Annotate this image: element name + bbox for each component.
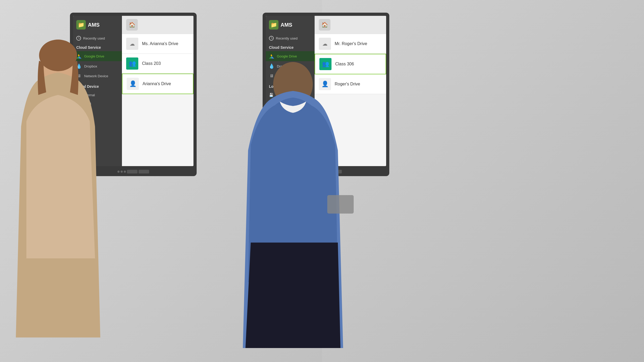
arianna-personal-name: Arianna's Drive	[143, 81, 171, 86]
network-label-left: Network Device	[84, 74, 108, 78]
cloud-service-label-right: Cloud Service	[266, 43, 315, 51]
sidebar-left: 📁 AMS Recently used Cloud Service ▲ Goog…	[73, 16, 122, 166]
content-left: 🏠 ☁ Ms. Arianna's Drive 👥 Class 203	[122, 16, 193, 166]
sidebar-item-dropbox-left[interactable]: 💧 Dropbox	[73, 61, 122, 71]
file-list-right: ☁ Mr. Roger's Drive 👥 Class 306 👤 R	[315, 34, 386, 166]
monitor-dot-2	[121, 171, 123, 173]
ams-logo-right: 📁	[269, 20, 278, 30]
roger-personal-name: Roger's Drive	[335, 82, 360, 86]
ams-header-left: 📁 AMS	[73, 16, 122, 34]
class-icon-203: 👥	[126, 57, 138, 70]
monitor-bottom-left	[117, 170, 149, 173]
local-device-label-left: Local Device	[73, 82, 122, 90]
clock-icon-right	[269, 36, 274, 41]
personal-icon-arianna: 👤	[127, 78, 139, 90]
drive-symbol-arianna: ☁	[130, 41, 135, 47]
monitor-dot-r3	[316, 171, 319, 173]
sidebar-item-dropbox-right[interactable]: 💧 Dropbox	[266, 61, 315, 71]
monitor-screen-left: 📁 AMS Recently used Cloud Service ▲ Goog…	[73, 16, 193, 166]
arianna-drive-name: Ms. Arianna's Drive	[142, 41, 178, 46]
roger-drive-name: Mr. Roger's Drive	[335, 41, 367, 46]
drive-icon-arianna: ☁	[126, 38, 138, 50]
sidebar-item-internal-right[interactable]: 💾 Internal	[266, 90, 315, 100]
group-icon-203: 👥	[129, 60, 136, 67]
cloud-service-label-left: Cloud Service	[73, 43, 122, 51]
sidebar-item-network-right[interactable]: 🖥 Network Device	[266, 71, 315, 81]
class306-name: Class 306	[335, 62, 354, 66]
google-drive-icon-right: ▲	[269, 54, 274, 59]
google-drive-label-right: Google Drive	[277, 54, 297, 58]
dropbox-label-left: Dropbox	[84, 64, 97, 68]
person-icon-roger: 👤	[321, 81, 329, 88]
monitor-left: 📁 AMS Recently used Cloud Service ▲ Goog…	[70, 13, 197, 176]
file-item-roger-drive[interactable]: ☁ Mr. Roger's Drive	[315, 34, 386, 54]
monitor-dot-r2	[313, 171, 315, 173]
drive-symbol-roger: ☁	[322, 41, 328, 47]
monitor-btn-right	[320, 170, 330, 173]
file-item-roger-personal[interactable]: 👤 Roger's Drive	[315, 74, 386, 94]
ams-title-right: AMS	[281, 22, 292, 28]
file-item-class306[interactable]: 👥 Class 306	[315, 54, 386, 74]
monitor-dot-1	[117, 171, 120, 173]
local-device-label-right: Local Device	[266, 82, 315, 90]
file-list-left: ☁ Ms. Arianna's Drive 👥 Class 203 👤	[122, 34, 193, 166]
ams-header-right: 📁 AMS	[266, 16, 315, 34]
dropbox-icon-left: 💧	[76, 64, 82, 69]
monitor-btn-left2	[139, 170, 149, 173]
file-item-arianna-drive[interactable]: ☁ Ms. Arianna's Drive	[122, 34, 193, 54]
file-item-arianna-personal[interactable]: 👤 Arianna's Drive	[122, 74, 193, 94]
monitor-dot-r1	[310, 171, 312, 173]
ams-title-left: AMS	[88, 22, 100, 28]
sidebar-item-google-drive-right[interactable]: ▲ Google Drive	[266, 51, 315, 61]
home-button-left[interactable]: 🏠	[126, 19, 138, 31]
content-header-right: 🏠	[315, 16, 386, 34]
monitor-screen-right: 📁 AMS Recently used Cloud Service ▲ Goog…	[266, 16, 386, 166]
clock-icon-left	[76, 36, 81, 41]
dropbox-icon-right: 💧	[269, 64, 274, 69]
usb-label-left[interactable]: USB	[73, 100, 122, 108]
recently-used-label-right: Recently used	[276, 36, 297, 40]
home-button-right[interactable]: 🏠	[319, 19, 330, 31]
content-right: 🏠 ☁ Mr. Roger's Drive 👥 Class 306	[315, 16, 386, 166]
ams-logo-left: 📁	[76, 20, 86, 30]
monitor-bottom-right	[310, 170, 342, 173]
personal-icon-roger: 👤	[319, 78, 331, 90]
google-drive-icon-left: ▲	[76, 54, 82, 59]
monitor-btn-right2	[331, 170, 342, 173]
monitor-dot-3	[124, 171, 126, 173]
class203-name: Class 203	[142, 61, 161, 66]
sidebar-item-network-left[interactable]: 🖥 Network Device	[73, 71, 122, 81]
network-icon-right: 🖥	[269, 74, 274, 78]
internal-label-right: Internal	[276, 93, 287, 97]
recently-used-left[interactable]: Recently used	[73, 34, 122, 43]
recently-used-right[interactable]: Recently used	[266, 34, 315, 43]
internal-icon-left: 💾	[76, 93, 81, 97]
monitor-right: 📁 AMS Recently used Cloud Service ▲ Goog…	[263, 13, 389, 176]
person-icon-arianna: 👤	[129, 80, 136, 87]
recently-used-label-left: Recently used	[83, 36, 105, 40]
group-icon-306: 👥	[322, 61, 329, 67]
usb-label-right[interactable]: USB	[266, 100, 315, 108]
sidebar-item-google-drive-left[interactable]: ▲ Google Drive	[73, 51, 122, 61]
monitor-btn-left	[127, 170, 138, 173]
network-label-right: Network Device	[277, 74, 301, 78]
sidebar-item-internal-left[interactable]: 💾 Internal	[73, 90, 122, 100]
content-header-left: 🏠	[122, 16, 193, 34]
google-drive-label-left: Google Drive	[84, 54, 104, 58]
file-item-class203[interactable]: 👥 Class 203	[122, 54, 193, 74]
class-icon-306: 👥	[319, 58, 332, 70]
sidebar-right: 📁 AMS Recently used Cloud Service ▲ Goog…	[266, 16, 315, 166]
network-icon-left: 🖥	[76, 74, 82, 78]
dropbox-label-right: Dropbox	[277, 64, 290, 68]
internal-icon-right: 💾	[269, 93, 273, 97]
drive-icon-roger: ☁	[319, 38, 331, 50]
internal-label-left: Internal	[83, 93, 95, 97]
